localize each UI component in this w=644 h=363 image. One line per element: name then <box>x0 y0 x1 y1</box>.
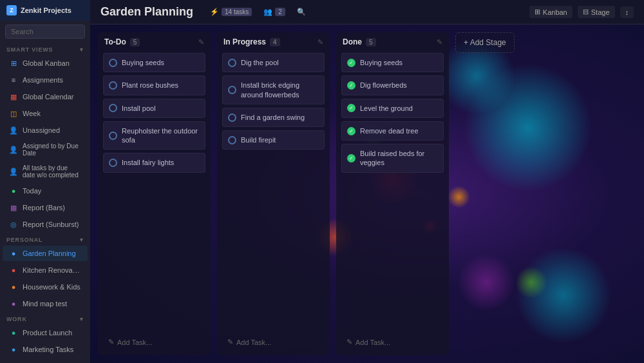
sidebar-item-label: Report (Sunburst) <box>23 221 79 228</box>
sidebar-item-mind-map[interactable]: ● Mind map test <box>3 296 88 311</box>
filter-icon: ⚡ <box>210 8 219 16</box>
in-progress-column-edit[interactable]: ✎ <box>317 38 323 46</box>
sidebar-item-report-bars[interactable]: ▦ Report (Bars) <box>3 200 88 215</box>
search-input[interactable] <box>5 25 85 39</box>
sidebar-item-label: All tasks by due date w/o completed <box>23 164 81 179</box>
page-title: Garden Planning <box>100 5 193 19</box>
sidebar-item-garden-planning[interactable]: ● Garden Planning <box>3 246 88 261</box>
sidebar-item-unassigned[interactable]: 👤 Unassigned <box>3 123 88 138</box>
task-remove-dead-tree[interactable]: ✓ Remove dead tree <box>341 121 444 141</box>
people-filter-button[interactable]: 👥 2 <box>260 6 289 18</box>
sidebar-item-label: Housework & Kids <box>23 283 80 291</box>
kanban-view-button[interactable]: ⊞ Kanban <box>529 6 573 18</box>
filter-button[interactable]: ⚡ 14 tasks <box>206 6 256 18</box>
sort-icon: ↕ <box>625 8 629 16</box>
sidebar-item-label: Today <box>23 187 41 195</box>
sidebar-item-assignments[interactable]: ≡ Assignments <box>3 72 88 88</box>
task-text: Find a garden swing <box>241 113 305 122</box>
add-icon: ✎ <box>227 338 233 346</box>
sidebar-item-label: Kitchen Renovation <box>23 266 81 274</box>
task-circle <box>109 81 117 90</box>
sidebar-item-kitchen-renovation[interactable]: ● Kitchen Renovation <box>3 262 88 278</box>
sidebar-item-office-admin[interactable]: ● Office Admin <box>3 358 88 363</box>
add-stage-label: + Add Stage <box>464 38 506 47</box>
board-area: To-Do 5 ✎ Buying seeds Plant rose bushes <box>90 25 644 363</box>
search-icon: 🔍 <box>297 8 306 16</box>
task-circle-done: ✓ <box>347 81 355 90</box>
task-text: Remove dead tree <box>360 126 419 135</box>
done-column-edit[interactable]: ✎ <box>437 38 442 46</box>
sidebar-item-global-kanban[interactable]: ⊞ Global Kanban <box>3 55 88 71</box>
sidebar-item-week[interactable]: ◫ Week <box>3 106 88 121</box>
in-progress-column-title: In Progress <box>223 37 266 46</box>
stage-label: Stage <box>591 8 610 16</box>
todo-column-edit[interactable]: ✎ <box>198 38 204 46</box>
sidebar-item-marketing-tasks[interactable]: ● Marketing Tasks <box>3 342 88 357</box>
header-right-controls: ⊞ Kanban ⊟ Stage ↕ <box>529 6 634 18</box>
in-progress-column: In Progress 4 ✎ Dig the pool Install bri… <box>217 32 330 355</box>
task-circle <box>109 132 117 140</box>
sidebar-item-assigned-due[interactable]: 👤 Assigned to by Due Date <box>3 139 88 160</box>
kanban-label: Kanban <box>543 8 567 16</box>
task-reupholster-sofa[interactable]: Reupholster the outdoor sofa <box>103 121 205 150</box>
task-install-brick-edging[interactable]: Install brick edging around flowerbeds <box>222 75 325 104</box>
task-plant-rose-bushes[interactable]: Plant rose bushes <box>103 75 205 95</box>
task-circle-done: ✓ <box>347 127 355 135</box>
sidebar: Z Zenkit Projects SMART VIEWS ▾ ⊞ Global… <box>0 0 90 363</box>
todo-column-footer: ✎ Add Task... <box>98 330 211 355</box>
sidebar-item-label: Assigned to by Due Date <box>23 142 81 157</box>
personal-header: PERSONAL ▾ <box>0 233 90 245</box>
sidebar-item-report-sunburst[interactable]: ◎ Report (Sunburst) <box>3 217 88 232</box>
stage-icon: ⊟ <box>583 8 589 16</box>
mindmap-dot-icon: ● <box>9 299 18 308</box>
today-icon: ● <box>9 186 18 195</box>
add-task-label: Add Task... <box>355 338 390 346</box>
sidebar-item-housework-kids[interactable]: ● Housework & Kids <box>3 279 88 295</box>
task-circle <box>228 86 236 94</box>
stage-view-button[interactable]: ⊟ Stage <box>578 6 615 18</box>
sidebar-item-label: Global Calendar <box>23 93 74 101</box>
smart-views-chevron[interactable]: ▾ <box>80 46 84 53</box>
task-install-fairy-lights[interactable]: Install fairy lights <box>103 153 205 172</box>
sidebar-item-label: Product Launch <box>23 329 72 337</box>
add-icon: ✎ <box>346 338 352 346</box>
housework-dot-icon: ● <box>9 282 18 291</box>
task-dig-pool[interactable]: Dig the pool <box>222 53 325 72</box>
board-search-button[interactable]: 🔍 <box>293 6 310 18</box>
sidebar-item-today[interactable]: ● Today <box>3 183 88 199</box>
task-build-firepit[interactable]: Build firepit <box>222 130 325 150</box>
person-due-icon: 👤 <box>9 145 18 154</box>
task-buying-seeds-todo[interactable]: Buying seeds <box>103 53 205 72</box>
work-chevron[interactable]: ▾ <box>80 316 84 322</box>
main-content: Garden Planning ⚡ 14 tasks 👥 2 🔍 ⊞ Kanba… <box>90 0 644 363</box>
task-build-raised-beds[interactable]: ✓ Build raised beds for veggies <box>341 144 444 173</box>
sidebar-item-product-launch[interactable]: ● Product Launch <box>3 325 88 340</box>
grid-icon: ⊞ <box>9 59 18 68</box>
task-buying-seeds-done[interactable]: ✓ Buying seeds <box>341 53 444 72</box>
task-install-pool[interactable]: Install pool <box>103 99 205 118</box>
task-text: Plant rose bushes <box>122 81 178 90</box>
sidebar-item-label: Global Kanban <box>23 59 70 67</box>
done-column-title: Done <box>343 37 362 46</box>
task-level-ground[interactable]: ✓ Level the ground <box>341 99 444 118</box>
personal-chevron[interactable]: ▾ <box>80 237 84 243</box>
sidebar-item-label: Week <box>23 110 41 117</box>
sidebar-item-all-tasks[interactable]: 👤 All tasks by due date w/o completed <box>3 161 88 182</box>
add-task-done-button[interactable]: ✎ Add Task... <box>341 334 444 350</box>
task-find-garden-swing[interactable]: Find a garden swing <box>222 108 325 127</box>
add-icon: ✎ <box>108 338 114 346</box>
sidebar-item-global-calendar[interactable]: ▦ Global Calendar <box>3 89 88 104</box>
people-icon: 👥 <box>263 8 272 16</box>
task-dig-flowerbeds[interactable]: ✓ Dig flowerbeds <box>341 75 444 95</box>
add-stage-button[interactable]: + Add Stage <box>455 32 515 53</box>
product-dot-icon: ● <box>9 328 18 337</box>
task-circle-done: ✓ <box>347 104 355 112</box>
add-task-in-progress-button[interactable]: ✎ Add Task... <box>222 334 325 350</box>
people-count-badge: 2 <box>275 8 285 16</box>
todo-column-header: To-Do 5 ✎ <box>98 32 211 50</box>
main-header: Garden Planning ⚡ 14 tasks 👥 2 🔍 ⊞ Kanba… <box>90 0 644 25</box>
sort-button[interactable]: ↕ <box>620 6 634 18</box>
add-task-todo-button[interactable]: ✎ Add Task... <box>103 334 205 350</box>
task-text: Install fairy lights <box>122 158 174 167</box>
task-text: Dig flowerbeds <box>360 81 407 90</box>
